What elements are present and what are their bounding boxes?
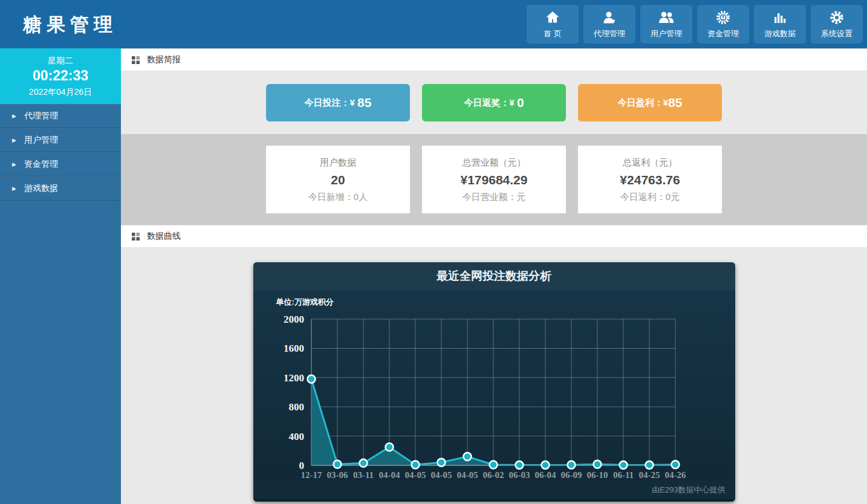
svg-text:1600: 1600 (284, 343, 304, 354)
sidebar-item-label: 资金管理 (24, 159, 58, 170)
stat-sub: 今日新增：0人 (266, 192, 410, 203)
today-profit-value: 85 (668, 95, 682, 110)
today-bets-value: 85 (357, 95, 371, 110)
nav-home-button[interactable]: 首 页 (527, 5, 579, 44)
svg-text:03-11: 03-11 (352, 470, 373, 480)
svg-text:04-04: 04-04 (378, 470, 400, 480)
total-revenue-card: 总营业额（元） ¥179684.29 今日营业额：元 (422, 146, 566, 213)
sidebar-item-users[interactable]: ▶ 用户管理 (0, 128, 121, 152)
section-title: 数据曲线 (147, 231, 181, 242)
sidebar-menu: ▶ 代理管理 ▶ 用户管理 ▶ 资金管理 ▶ 游戏数据 (0, 104, 121, 201)
today-payout-label: 今日返奖：¥ (464, 97, 517, 109)
funds-coin-icon (715, 10, 731, 25)
today-profit-label: 今日盈利：¥ (618, 97, 668, 109)
clock-date: 2022年04月26日 (0, 85, 121, 99)
today-payout-value: 0 (517, 95, 524, 110)
chevron-right-icon: ▶ (12, 113, 19, 119)
nav-gamedata-button[interactable]: 游戏数据 (754, 5, 806, 44)
stat-cards-row: 用户数据 20 今日新增：0人 总营业额（元） ¥179684.29 今日营业额… (121, 134, 867, 225)
svg-text:04-25: 04-25 (638, 470, 660, 480)
nav-agent-button[interactable]: 代理管理 (583, 5, 635, 44)
svg-text:04-05: 04-05 (430, 470, 452, 480)
section-header-curve: 数据曲线 (121, 225, 867, 248)
sidebar-item-label: 游戏数据 (24, 183, 58, 194)
chevron-right-icon: ▶ (12, 137, 19, 143)
stat-title: 用户数据 (266, 157, 410, 169)
today-bets-label: 今日投注：¥ (305, 97, 358, 109)
bar-chart-icon (772, 10, 788, 25)
svg-text:12-17: 12-17 (300, 470, 322, 480)
sidebar-item-gamedata[interactable]: ▶ 游戏数据 (0, 176, 121, 201)
stat-sub: 今日返利：0元 (578, 192, 722, 203)
svg-text:06-11: 06-11 (612, 470, 633, 480)
svg-text:03-06: 03-06 (326, 470, 348, 480)
home-icon (545, 10, 560, 25)
grid-icon (132, 56, 140, 64)
nav-home-label: 首 页 (544, 28, 562, 39)
sidebar-item-agent[interactable]: ▶ 代理管理 (0, 104, 121, 128)
total-rebate-card: 总返利（元） ¥24763.76 今日返利：0元 (578, 146, 722, 213)
stat-value: 20 (266, 173, 410, 187)
svg-text:06-09: 06-09 (560, 470, 582, 480)
sidebar-item-label: 代理管理 (24, 111, 58, 121)
chart-credit: 由E293数据中心提供 (253, 480, 735, 502)
svg-text:400: 400 (288, 431, 304, 442)
chevron-right-icon: ▶ (12, 186, 19, 192)
sidebar-item-label: 用户管理 (24, 135, 58, 146)
nav-settings-label: 系统设置 (821, 28, 852, 39)
svg-text:04-05: 04-05 (456, 470, 478, 480)
clock-time: 00:22:33 (0, 66, 121, 85)
users-icon (658, 10, 675, 25)
clock-widget: 星期二 00:22:33 2022年04月26日 (0, 48, 121, 104)
sidebar-item-funds[interactable]: ▶ 资金管理 (0, 152, 121, 176)
svg-text:06-03: 06-03 (508, 470, 530, 480)
section-header-brief: 数据简报 (121, 48, 867, 71)
agent-icon (602, 10, 617, 25)
nav-agent-label: 代理管理 (594, 28, 625, 39)
header: 糖果管理 首 页 代理管理 用户管理 资金管理 (0, 0, 867, 48)
user-data-card: 用户数据 20 今日新增：0人 (266, 146, 410, 213)
stat-value: ¥24763.76 (578, 173, 722, 187)
chevron-right-icon: ▶ (12, 161, 19, 167)
clock-weekday: 星期二 (0, 54, 121, 66)
nav-settings-button[interactable]: 系统设置 (811, 5, 863, 44)
nav-funds-label: 资金管理 (707, 28, 739, 39)
today-bets-card: 今日投注：¥ 85 (266, 84, 410, 121)
svg-text:06-04: 06-04 (534, 470, 556, 480)
nav-users-button[interactable]: 用户管理 (640, 5, 692, 44)
nav-funds-button[interactable]: 资金管理 (697, 5, 749, 44)
svg-text:800: 800 (288, 401, 304, 413)
svg-text:04-26: 04-26 (664, 470, 686, 480)
top-nav: 首 页 代理管理 用户管理 资金管理 游戏数据 (527, 5, 863, 44)
svg-text:2000: 2000 (284, 314, 304, 325)
today-payout-card: 今日返奖：¥ 0 (422, 84, 566, 121)
section-title: 数据简报 (147, 54, 181, 65)
svg-text:1200: 1200 (284, 372, 304, 384)
sidebar: 星期二 00:22:33 2022年04月26日 ▶ 代理管理 ▶ 用户管理 ▶… (0, 48, 121, 504)
today-profit-card: 今日盈利：¥85 (578, 84, 722, 121)
summary-cards-row: 今日投注：¥ 85 今日返奖：¥ 0 今日盈利：¥85 (121, 71, 867, 134)
grid-icon (132, 233, 140, 241)
stat-sub: 今日营业额：元 (422, 192, 566, 203)
chart-area: 最近全网投注数据分析 040080012001600200012-1703-06… (121, 248, 867, 504)
chart-unit-label: 单位:万游戏积分 (276, 297, 334, 308)
stat-title: 总返利（元） (578, 157, 722, 169)
app-title: 糖果管理 (23, 12, 117, 37)
nav-users-label: 用户管理 (651, 28, 682, 39)
gear-icon (829, 10, 845, 25)
nav-gamedata-label: 游戏数据 (764, 28, 796, 39)
svg-text:06-10: 06-10 (586, 470, 608, 480)
main-content: 数据简报 今日投注：¥ 85 今日返奖：¥ 0 今日盈利：¥85 用户数据 20… (121, 48, 867, 504)
svg-text:06-02: 06-02 (482, 470, 504, 480)
svg-text:04-05: 04-05 (404, 470, 426, 480)
stat-value: ¥179684.29 (422, 173, 566, 187)
chart-panel: 最近全网投注数据分析 040080012001600200012-1703-06… (253, 262, 735, 502)
stat-title: 总营业额（元） (422, 157, 566, 169)
